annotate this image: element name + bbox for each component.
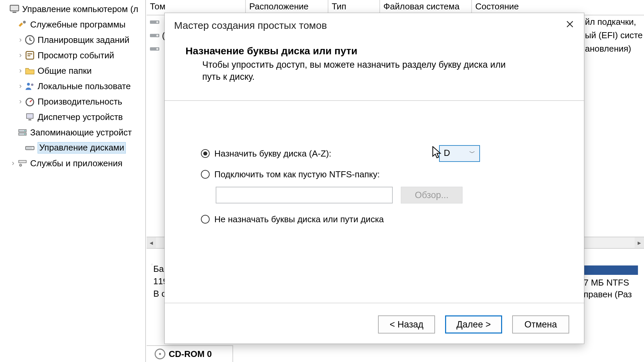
chevron-down-icon: ﹀: [469, 149, 475, 157]
wizard-body: Назначить букву диска (A-Z): D ﹀ Подключ…: [201, 145, 560, 232]
close-icon: [566, 20, 574, 28]
simple-volume-wizard-dialog: Мастер создания простых томов Назначение…: [164, 13, 584, 344]
tree-event-viewer[interactable]: › Просмотр событий: [0, 48, 145, 63]
event-log-icon: [24, 50, 36, 61]
svg-point-15: [32, 147, 34, 149]
svg-rect-8: [26, 114, 33, 118]
svg-rect-1: [12, 12, 16, 13]
tree-label: Локальные пользовате: [38, 81, 131, 92]
volume-tile-status: правен (Раз: [584, 289, 635, 300]
svg-point-2: [23, 21, 26, 23]
svg-point-7: [26, 98, 34, 106]
volume-icon: [150, 20, 159, 24]
tree-root-computer-management[interactable]: ▸ Управление компьютером (л: [0, 1, 145, 17]
tree-label: Общие папки: [38, 66, 92, 76]
tree-system-tools[interactable]: ▸ Служебные программы: [0, 17, 145, 32]
nav-tree-panel: ▸ Управление компьютером (л ▸ Служебные …: [0, 0, 146, 362]
svg-rect-9: [29, 119, 32, 120]
svg-point-13: [24, 134, 25, 135]
next-button[interactable]: Далее >: [445, 315, 502, 334]
status-text: ановления): [585, 42, 644, 56]
volume-icon: [150, 34, 159, 37]
back-button[interactable]: < Назад: [378, 315, 435, 334]
tree-performance[interactable]: › Производительность: [0, 94, 145, 109]
clock-icon: [24, 34, 36, 46]
svg-point-6: [31, 83, 34, 86]
wizard-title: Мастер создания простых томов: [174, 20, 327, 31]
services-icon: [17, 158, 28, 169]
tree-services-apps[interactable]: › Службы и приложения: [0, 156, 145, 171]
radio-assign-letter[interactable]: [201, 149, 210, 158]
tree-label: Управление компьютером (л: [22, 4, 138, 14]
shared-folder-icon: [24, 65, 36, 76]
cdrom-block[interactable]: CD-ROM 0: [147, 345, 233, 362]
tree-shared-folders[interactable]: › Общие папки: [0, 63, 145, 78]
status-text: йл подкачки,: [585, 15, 644, 29]
computer-icon: [9, 3, 20, 15]
tree-label: Управление дисками: [38, 142, 126, 154]
drive-letter-value: D: [444, 148, 450, 158]
option-assign-letter-row: Назначить букву диска (A-Z): D ﹀: [201, 145, 560, 162]
svg-rect-0: [10, 5, 19, 11]
browse-button: Обзор...: [401, 187, 463, 203]
status-column-overflow: йл подкачки, ый (EFI) систе ановления): [585, 15, 644, 56]
ntfs-path-row: Обзор...: [216, 187, 560, 203]
tree-label: Диспетчер устройств: [38, 112, 123, 122]
status-text: ый (EFI) систе: [585, 29, 644, 42]
close-button[interactable]: [559, 16, 581, 33]
cdrom-label: CD-ROM 0: [169, 349, 212, 359]
cancel-button[interactable]: Отмена: [512, 315, 569, 334]
separator: [165, 303, 584, 303]
wizard-heading: Назначение буквы диска или пути: [185, 45, 571, 57]
option-no-assign-label: Не назначать буквы диска или пути диска: [214, 214, 384, 225]
tree-device-manager[interactable]: › Диспетчер устройств: [0, 109, 145, 125]
svg-point-5: [27, 83, 30, 86]
tree-label: Просмотр событий: [38, 50, 114, 61]
tree-label: Планировщик заданий: [38, 35, 129, 45]
option-assign-letter-label: Назначить букву диска (A-Z):: [214, 148, 331, 159]
radio-no-assign[interactable]: [201, 215, 210, 224]
volume-tile-size: 7 МБ NTFS: [584, 277, 635, 289]
option-mount-ntfs-row: Подключить том как пустую NTFS-папку:: [201, 166, 560, 183]
tools-icon: [17, 19, 28, 30]
wizard-footer: < Назад Далее > Отмена: [165, 315, 584, 334]
nav-tree: ▸ Управление компьютером (л ▸ Служебные …: [0, 0, 145, 171]
volume-tile[interactable]: 7 МБ NTFS правен (Раз: [581, 265, 638, 333]
tree-disk-management[interactable]: › Управление дисками: [0, 140, 145, 156]
users-icon: [24, 80, 36, 92]
volume-icon: [150, 47, 159, 51]
performance-icon: [24, 96, 36, 107]
radio-mount-ntfs[interactable]: [201, 170, 210, 179]
ntfs-path-input[interactable]: [216, 187, 393, 203]
cdrom-icon: [155, 349, 165, 359]
disk-icon: [24, 142, 36, 154]
tree-label: Службы и приложения: [30, 158, 122, 169]
drive-letter-select[interactable]: D ﹀: [439, 145, 480, 162]
tree-task-scheduler[interactable]: › Планировщик заданий: [0, 32, 145, 48]
svg-rect-16: [19, 161, 26, 163]
storage-icon: [17, 127, 28, 138]
svg-point-18: [20, 165, 21, 166]
option-no-assign-row: Не назначать буквы диска или пути диска: [201, 211, 560, 228]
separator: [165, 100, 584, 101]
tree-local-users[interactable]: › Локальные пользовате: [0, 78, 145, 94]
wizard-description: Чтобы упростить доступ, вы можете назнач…: [202, 59, 518, 83]
device-manager-icon: [24, 111, 36, 123]
scroll-right-button[interactable]: ▸: [635, 237, 644, 248]
tree-storage[interactable]: › Запоминающие устройст: [0, 125, 145, 140]
tree-label: Запоминающие устройст: [30, 127, 132, 138]
svg-point-12: [24, 130, 25, 131]
scroll-left-button[interactable]: ◂: [147, 237, 156, 248]
wizard-subheader: Назначение буквы диска или пути Чтобы уп…: [185, 45, 571, 83]
tree-label: Производительность: [38, 97, 122, 107]
tree-label: Служебные программы: [30, 19, 125, 30]
option-mount-ntfs-label: Подключить том как пустую NTFS-папку:: [214, 169, 380, 180]
